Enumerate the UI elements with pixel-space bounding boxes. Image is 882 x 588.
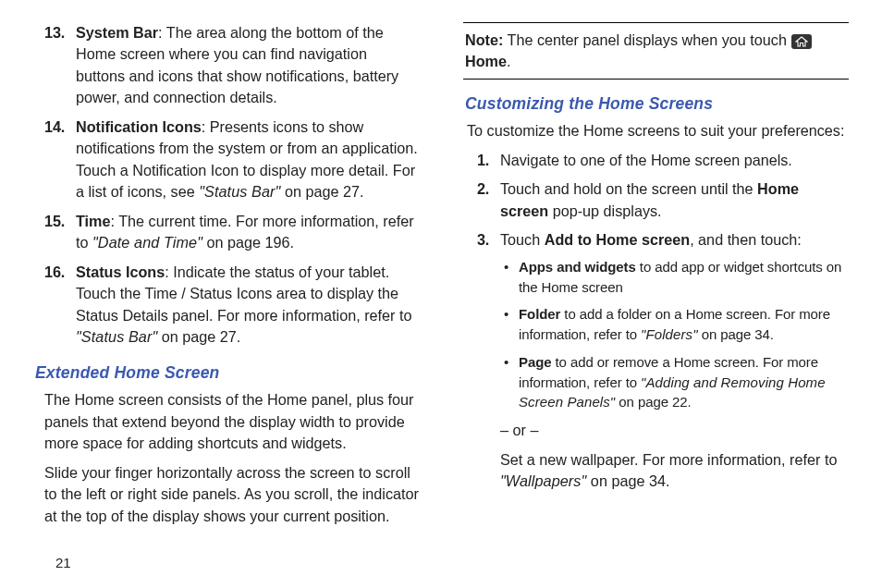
note-end: . bbox=[507, 53, 511, 69]
list-item: 14. Notification Icons: Presents icons t… bbox=[33, 116, 419, 203]
reference: "Folders" bbox=[641, 326, 698, 342]
right-column: Note: The center panel displays when you… bbox=[441, 22, 849, 575]
step-text: Navigate to one of the Home screen panel… bbox=[500, 152, 792, 168]
item-number: 15. bbox=[37, 211, 65, 232]
sub-bullet-list: Apps and widgets to add app or widget sh… bbox=[500, 257, 849, 412]
page-ref: on page 34. bbox=[698, 326, 774, 342]
paragraph: The Home screen consists of the Home pan… bbox=[44, 389, 419, 454]
left-column: 13. System Bar: The area along the botto… bbox=[33, 22, 441, 575]
bullet-term: Page bbox=[519, 354, 551, 370]
note-box: Note: The center panel displays when you… bbox=[463, 22, 849, 80]
note-label: Note: bbox=[465, 31, 503, 48]
page-content: 13. System Bar: The area along the botto… bbox=[0, 0, 882, 588]
list-item: 13. System Bar: The area along the botto… bbox=[33, 22, 419, 109]
page-ref: on page 22. bbox=[615, 394, 691, 410]
or-separator: – or – bbox=[500, 420, 849, 441]
list-item: 15. Time: The current time. For more inf… bbox=[33, 211, 419, 254]
section-heading: Customizing the Home Screens bbox=[465, 92, 849, 116]
reference: "Date and Time" bbox=[92, 234, 202, 251]
section-heading: Extended Home Screen bbox=[35, 361, 419, 385]
item-number: 14. bbox=[37, 116, 65, 138]
term: Time bbox=[76, 213, 111, 229]
step-item: 1. Navigate to one of the Home screen pa… bbox=[463, 150, 849, 171]
page-number: 21 bbox=[55, 553, 71, 573]
step-number: 3. bbox=[467, 229, 489, 251]
step-text: Touch and hold on the screen until the bbox=[500, 180, 757, 197]
step-number: 2. bbox=[467, 178, 489, 200]
page-ref: on page 34. bbox=[586, 472, 669, 489]
alternative-text: Set a new wallpaper. For more informatio… bbox=[500, 449, 849, 493]
page-ref: on page 27. bbox=[280, 183, 363, 200]
bullet-item: Apps and widgets to add app or widget sh… bbox=[500, 257, 849, 298]
step-text: , and then touch: bbox=[690, 231, 802, 248]
step-number: 1. bbox=[467, 150, 489, 171]
item-number: 13. bbox=[37, 22, 65, 43]
paragraph: Slide your finger horizontally across th… bbox=[44, 462, 419, 527]
home-icon bbox=[791, 34, 812, 49]
step-text: pop-up displays. bbox=[548, 202, 661, 219]
term: Status Icons bbox=[76, 263, 165, 280]
step-item: 2. Touch and hold on the screen until th… bbox=[463, 178, 849, 222]
list-item: 16. Status Icons: Indicate the status of… bbox=[33, 262, 419, 349]
steps-list: 1. Navigate to one of the Home screen pa… bbox=[463, 150, 849, 493]
note-text: The center panel displays when you touch bbox=[503, 31, 790, 48]
step-text: Touch bbox=[500, 231, 545, 248]
intro-text: To customize the Home screens to suit yo… bbox=[467, 120, 849, 141]
bullet-term: Folder bbox=[519, 306, 560, 322]
page-ref: on page 27. bbox=[157, 328, 240, 345]
bullet-item: Folder to add a folder on a Home screen.… bbox=[500, 304, 849, 345]
alt-text: Set a new wallpaper. For more informatio… bbox=[500, 451, 837, 468]
page-ref: on page 196. bbox=[202, 234, 294, 251]
bullet-term: Apps and widgets bbox=[519, 259, 636, 275]
reference: "Status Bar" bbox=[76, 328, 157, 345]
reference: "Status Bar" bbox=[199, 183, 280, 200]
bullet-item: Page to add or remove a Home screen. For… bbox=[500, 352, 849, 412]
definition-list: 13. System Bar: The area along the botto… bbox=[33, 22, 419, 349]
reference: "Wallpapers" bbox=[500, 472, 586, 489]
step-item: 3. Touch Add to Home screen, and then to… bbox=[463, 229, 849, 492]
term: Notification Icons bbox=[76, 118, 202, 135]
item-number: 16. bbox=[37, 262, 65, 283]
term: System Bar bbox=[76, 24, 158, 41]
bold-term: Add to Home screen bbox=[545, 231, 690, 248]
home-label: Home bbox=[465, 53, 507, 69]
